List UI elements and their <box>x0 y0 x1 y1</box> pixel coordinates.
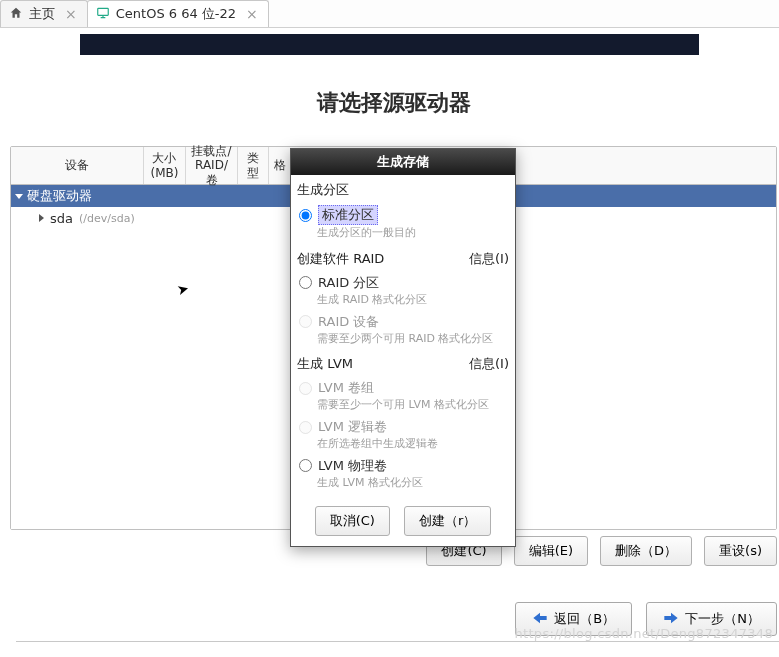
tab-vm-label: CentOS 6 64 位-22 <box>116 5 236 23</box>
home-icon <box>9 6 23 23</box>
th-size[interactable]: 大小 (MB) <box>144 147 186 184</box>
expand-down-icon <box>15 194 23 199</box>
option-lvm-pv[interactable]: LVM 物理卷 <box>297 455 509 475</box>
expand-right-icon <box>39 214 44 222</box>
hint-standard-partition: 生成分区的一般目的 <box>297 225 509 244</box>
tab-home-label: 主页 <box>29 5 55 23</box>
tab-home[interactable]: 主页 × <box>0 0 88 27</box>
radio-lvm-lv <box>299 421 312 434</box>
create-storage-dialog: 生成存储 生成分区 标准分区 生成分区的一般目的 创建软件 RAID 信息(I)… <box>290 148 516 547</box>
hint-raid-partition: 生成 RAID 格式化分区 <box>297 292 509 311</box>
page-title: 请选择源驱动器 <box>8 60 779 146</box>
close-icon[interactable]: × <box>65 7 77 21</box>
status-bar <box>16 641 779 657</box>
radio-lvm-vg <box>299 382 312 395</box>
back-button-label: 返回（B） <box>554 610 615 628</box>
section-software-raid: 创建软件 RAID 信息(I) <box>297 250 509 268</box>
device-path: (/dev/sda) <box>79 212 135 225</box>
back-button[interactable]: 返回（B） <box>515 602 632 636</box>
dialog-title: 生成存储 <box>291 149 515 175</box>
dialog-cancel-button[interactable]: 取消(C) <box>315 506 390 536</box>
next-button[interactable]: 下一步（N） <box>646 602 777 636</box>
hint-raid-device: 需要至少两个可用 RAID 格式化分区 <box>297 331 509 350</box>
hint-lvm-lv: 在所选卷组中生成逻辑卷 <box>297 436 509 455</box>
radio-lvm-pv[interactable] <box>299 459 312 472</box>
section-create-partition: 生成分区 <box>297 181 509 199</box>
tab-vm[interactable]: CentOS 6 64 位-22 × <box>87 0 269 27</box>
device-name: sda <box>50 211 73 226</box>
th-device[interactable]: 设备 <box>11 147 144 184</box>
dialog-body: 生成分区 标准分区 生成分区的一般目的 创建软件 RAID 信息(I) RAID… <box>291 175 515 546</box>
arrow-right-icon <box>663 611 679 628</box>
edit-button[interactable]: 编辑(E) <box>514 536 588 566</box>
svg-rect-0 <box>97 8 108 15</box>
th-mount[interactable]: 挂载点/ RAID/卷 <box>186 147 238 184</box>
close-icon[interactable]: × <box>246 7 258 21</box>
option-raid-partition[interactable]: RAID 分区 <box>297 272 509 292</box>
arrow-left-icon <box>532 611 548 628</box>
option-lvm-vg: LVM 卷组 <box>297 377 509 397</box>
info-link-lvm[interactable]: 信息(I) <box>469 355 509 373</box>
delete-button[interactable]: 删除（D） <box>600 536 692 566</box>
option-raid-device: RAID 设备 <box>297 311 509 331</box>
dialog-button-row: 取消(C) 创建（r） <box>297 494 509 536</box>
th-format[interactable]: 格 <box>269 147 291 184</box>
tab-bar: 主页 × CentOS 6 64 位-22 × <box>0 0 779 28</box>
radio-raid-partition[interactable] <box>299 276 312 289</box>
nav-row: 返回（B） 下一步（N） <box>8 566 779 636</box>
hint-lvm-pv: 生成 LVM 格式化分区 <box>297 475 509 494</box>
vm-icon <box>96 6 110 23</box>
radio-standard-partition[interactable] <box>299 209 312 222</box>
option-lvm-lv: LVM 逻辑卷 <box>297 416 509 436</box>
reset-button[interactable]: 重设(s) <box>704 536 777 566</box>
radio-raid-device <box>299 315 312 328</box>
next-button-label: 下一步（N） <box>685 610 760 628</box>
th-type[interactable]: 类型 <box>238 147 269 184</box>
dialog-create-button[interactable]: 创建（r） <box>404 506 491 536</box>
mouse-cursor-icon: ➤ <box>175 280 190 298</box>
hint-lvm-vg: 需要至少一个可用 LVM 格式化分区 <box>297 397 509 416</box>
installer-top-banner <box>80 34 699 55</box>
info-link-raid[interactable]: 信息(I) <box>469 250 509 268</box>
device-group-label: 硬盘驱动器 <box>27 187 92 205</box>
option-standard-partition[interactable]: 标准分区 <box>297 203 509 225</box>
section-lvm: 生成 LVM 信息(I) <box>297 355 509 373</box>
